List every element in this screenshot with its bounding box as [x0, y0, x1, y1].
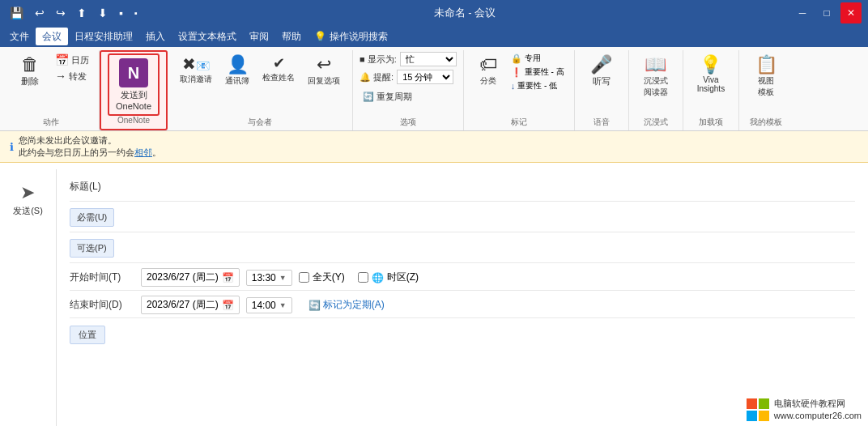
required-label[interactable]: 必需(U) [70, 208, 114, 227]
onenote-label: OneNote [108, 116, 160, 127]
onenote-icon: N [119, 58, 148, 87]
immersive-reader-button[interactable]: 📖 沉浸式阅读器 [636, 52, 676, 102]
form-area: ➤ 发送(S) 标题(L) 必需(U) 可选(P) 开始时 [0, 163, 868, 426]
restore-button[interactable]: □ [816, 2, 837, 23]
send-onenote-button[interactable]: N 发送到OneNote [108, 53, 160, 116]
title-bar: 💾 ↩ ↪ ⬆ ⬇ ▪ ▪ 未命名 - 会议 ─ □ ✕ [0, 0, 868, 26]
location-row: 位置 [70, 320, 855, 349]
reminder-select[interactable]: 15 分钟 无 0 分钟 5 分钟 30 分钟 [397, 70, 453, 84]
location-label[interactable]: 位置 [70, 326, 105, 344]
check-names-button[interactable]: ✔ 检查姓名 [257, 52, 300, 87]
ribbon-group-addins: 💡 VivaInsights 加载项 [683, 50, 739, 130]
delete-button[interactable]: 🗑 删除 [10, 52, 50, 92]
voice-label: 语音 [581, 117, 622, 130]
menu-bar: 文件 会议 日程安排助理 插入 设置文本格式 审阅 帮助 💡 操作说明搜索 [0, 26, 868, 47]
qat-bar-icon: ▪ [134, 8, 138, 18]
options-buttons: ■ 显示为: 忙 空闲 外出 暂定 🔔 提醒: 15 分钟 无 0 分钟 5 分… [360, 52, 457, 117]
categorize-button[interactable]: 🏷 分类 [470, 52, 506, 91]
customize-qat-icon[interactable]: ▪ [116, 5, 126, 21]
forward-button[interactable]: → 转发 [52, 68, 92, 84]
importance-low-button[interactable]: ↓ 重要性 - 低 [508, 79, 568, 92]
start-time-arrow: ▼ [279, 274, 287, 282]
ribbon-group-actions: 🗑 删除 📅 日历 → 转发 动作 [3, 50, 100, 130]
close-button[interactable]: ✕ [840, 2, 862, 23]
classify-group: 🔒 专用 ❗ 重要性 - 高 ↓ 重要性 - 低 [508, 52, 568, 92]
end-date-field[interactable]: 2023/6/27 (周二) 📅 [141, 296, 240, 314]
redo-qat-icon[interactable]: ↪ [53, 5, 69, 21]
addins-buttons: 💡 VivaInsights [690, 52, 732, 117]
address-book-icon: 👤 [227, 56, 249, 74]
minimize-button[interactable]: ─ [792, 2, 813, 23]
dictate-button[interactable]: 🎤 听写 [581, 52, 622, 92]
start-time-field[interactable]: 13:30 ▼ [246, 270, 292, 286]
response-options-button[interactable]: ↩ 回复选项 [302, 52, 346, 91]
menu-meeting[interactable]: 会议 [36, 28, 68, 45]
viva-insights-button[interactable]: 💡 VivaInsights [690, 52, 732, 97]
save-qat-icon[interactable]: 💾 [6, 5, 27, 21]
menu-format[interactable]: 设置文本格式 [172, 28, 243, 45]
private-button[interactable]: 🔒 专用 [508, 52, 568, 65]
show-as-select[interactable]: 忙 空闲 外出 暂定 [400, 52, 457, 66]
timezone-checkbox[interactable] [358, 272, 368, 283]
end-time-row: 结束时间(D) 2023/6/27 (周二) 📅 14:00 ▼ 🔄 标记为定期… [70, 292, 855, 318]
menu-schedule[interactable]: 日程安排助理 [68, 28, 139, 45]
menu-search[interactable]: 💡 操作说明搜索 [308, 28, 394, 45]
svg-rect-2 [747, 411, 757, 421]
show-as-row: ■ 显示为: 忙 空闲 外出 暂定 [360, 52, 457, 66]
calendar-link[interactable]: 相邻 [134, 147, 152, 157]
recurrence-link-icon: 🔄 [308, 300, 321, 311]
recurrence-button[interactable]: 🔄 重复周期 [360, 89, 415, 104]
title-input[interactable] [134, 180, 855, 194]
cancel-invite-button[interactable]: ✖📧 取消邀请 [174, 52, 218, 89]
send-icon: ➤ [20, 182, 35, 203]
ribbon-group-voice: 🎤 听写 语音 [575, 50, 629, 130]
addins-label: 加载项 [690, 117, 732, 130]
undo-qat-icon[interactable]: ↩ [32, 5, 48, 21]
cancel-invite-icon: ✖📧 [182, 56, 210, 72]
notification-text: 您尚未发出此会议邀请。 此约会与您日历上的另一约会相邻。 [19, 134, 161, 159]
svg-rect-3 [759, 411, 769, 421]
ribbon-group-my-templates: 📋 视图模板 我的模板 [739, 50, 793, 130]
menu-help[interactable]: 帮助 [275, 28, 308, 45]
reminder-row: 🔔 提醒: 15 分钟 无 0 分钟 5 分钟 30 分钟 [360, 70, 453, 84]
address-book-button[interactable]: 👤 通讯簿 [219, 52, 255, 91]
window-title: 未命名 - 会议 [434, 6, 496, 20]
start-date-field[interactable]: 2023/6/27 (周二) 📅 [141, 268, 240, 287]
my-templates-buttons: 📋 视图模板 [746, 52, 786, 117]
calendar-end-dropdown-icon: 📅 [222, 300, 234, 311]
form-fields: 标题(L) 必需(U) 可选(P) 开始时间(T) 2023/6/27 (周二)… [57, 169, 868, 426]
menu-file[interactable]: 文件 [3, 28, 36, 45]
send-button[interactable]: ➤ 发送(S) [8, 177, 48, 222]
my-templates-label: 我的模板 [746, 117, 786, 130]
svg-rect-0 [747, 398, 757, 409]
ribbon-group-tags: 🏷 分类 🔒 专用 ❗ 重要性 - 高 ↓ 重要性 - 低 标记 [464, 50, 575, 130]
optional-label[interactable]: 可选(P) [70, 239, 114, 258]
importance-high-button[interactable]: ❗ 重要性 - 高 [508, 66, 568, 79]
menu-review[interactable]: 审阅 [243, 28, 275, 45]
view-templates-button[interactable]: 📋 视图模板 [746, 52, 786, 102]
down-qat-icon[interactable]: ⬇ [95, 5, 111, 21]
timezone-row: 🌐 时区(Z) [358, 271, 419, 284]
check-names-icon: ✔ [273, 56, 285, 70]
calendar-dropdown-icon: 📅 [222, 272, 234, 283]
response-options-icon: ↩ [317, 56, 331, 74]
recurrence-icon: 🔄 [363, 92, 374, 102]
end-time-field[interactable]: 14:00 ▼ [246, 297, 292, 313]
ribbon-group-options: ■ 显示为: 忙 空闲 外出 暂定 🔔 提醒: 15 分钟 无 0 分钟 5 分… [353, 50, 464, 130]
location-input[interactable] [105, 327, 855, 342]
actions-buttons: 🗑 删除 📅 日历 → 转发 [10, 52, 92, 117]
viva-insights-icon: 💡 [700, 56, 721, 74]
templates-icon: 📋 [755, 56, 777, 74]
required-input[interactable] [114, 211, 855, 225]
ribbon: 🗑 删除 📅 日历 → 转发 动作 N 发送到OneNote [0, 47, 868, 131]
watermark-text: 电脑软硬件教程网 www.computer26.com [774, 398, 862, 421]
ribbon-group-onenote: N 发送到OneNote OneNote [100, 50, 168, 130]
optional-input[interactable] [114, 241, 855, 256]
recurrence-link[interactable]: 🔄 标记为定期(A) [308, 298, 385, 312]
up-qat-icon[interactable]: ⬆ [74, 5, 90, 21]
menu-insert[interactable]: 插入 [139, 28, 172, 45]
calendar-button[interactable]: 📅 日历 [52, 52, 92, 68]
start-time-row: 开始时间(T) 2023/6/27 (周二) 📅 13:30 ▼ 全天(Y) 🌐… [70, 265, 855, 291]
all-day-checkbox[interactable] [299, 272, 309, 283]
svg-rect-1 [759, 398, 769, 409]
